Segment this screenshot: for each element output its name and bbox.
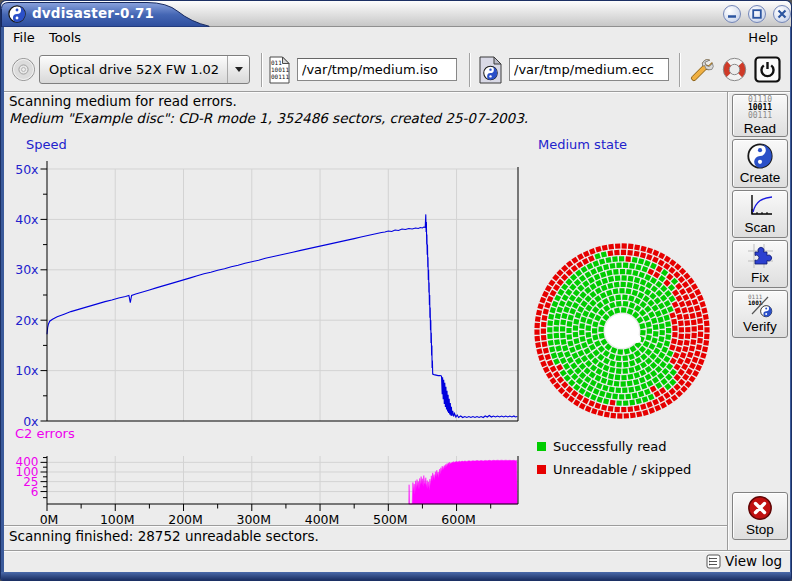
drive-select[interactable]: Optical drive 52X FW 1.02 [39, 55, 250, 84]
toolbar-separator [261, 53, 263, 87]
maximize-icon [752, 9, 762, 19]
view-log-label: View log [725, 553, 782, 569]
menu-tools[interactable]: Tools [47, 30, 83, 45]
speed-chart-title: Speed [26, 137, 67, 152]
verify-button[interactable]: 01111001 Verify [732, 290, 788, 338]
app-window: dvdisaster-0.71 File Tools Help [0, 0, 792, 581]
svg-text:6: 6 [31, 485, 39, 499]
footer-status-text: Scanning finished: 28752 unreadable sect… [9, 528, 319, 544]
svg-text:100M: 100M [100, 512, 135, 525]
separator [4, 525, 727, 527]
svg-text:300M: 300M [236, 512, 271, 525]
stop-icon [747, 495, 773, 521]
c2-errors-title: C2 errors [15, 426, 75, 441]
svg-text:20x: 20x [15, 313, 38, 328]
svg-text:25: 25 [23, 475, 38, 489]
quit-power-button[interactable] [754, 56, 781, 87]
verify-button-label: Verify [743, 319, 777, 334]
binary-icon: 01110 10011 00111 [748, 96, 772, 120]
svg-text:500M: 500M [373, 512, 408, 525]
iso-path-input[interactable] [297, 58, 457, 81]
svg-text:011: 011 [271, 59, 282, 66]
legend-label: Successfully read [553, 439, 666, 454]
log-list-icon [706, 554, 721, 569]
chart-area: 0x10x20x30x40x50x6251004000M100M200M300M… [4, 134, 728, 525]
preferences-wrench-icon[interactable] [687, 56, 715, 88]
action-sidebar: 01110 10011 00111 Read Create Scan [730, 92, 790, 550]
minimize-button[interactable] [723, 5, 741, 23]
status-subheading: Medium "Example disc": CD-R mode 1, 3524… [9, 110, 528, 126]
svg-text:40x: 40x [15, 212, 38, 227]
menu-file[interactable]: File [11, 30, 37, 45]
chevron-down-icon [235, 67, 243, 72]
app-icon [8, 5, 26, 23]
window-title: dvdisaster-0.71 [32, 5, 154, 21]
fix-button[interactable]: Fix [732, 240, 788, 288]
ecc-file-icon [478, 56, 503, 88]
fix-button-label: Fix [751, 270, 769, 285]
scan-button[interactable]: Scan [732, 190, 788, 238]
legend-item-unreadable: Unreadable / skipped [537, 462, 691, 477]
svg-text:200M: 200M [168, 512, 203, 525]
medium-state-title: Medium state [538, 137, 627, 152]
titlebar[interactable]: dvdisaster-0.71 [1, 1, 791, 27]
help-lifebelt-icon[interactable] [720, 55, 749, 88]
read-button[interactable]: 01110 10011 00111 Read [732, 94, 788, 137]
verify-icon: 01111001 [747, 294, 773, 318]
read-button-label: Read [744, 121, 776, 136]
svg-text:10x: 10x [15, 363, 38, 378]
medium-state-disc [534, 243, 709, 418]
scan-chart-icon [747, 193, 774, 219]
separator [727, 92, 729, 550]
scan-button-label: Scan [745, 220, 776, 235]
svg-text:600M: 600M [441, 512, 476, 525]
window-content: File Tools Help Optical drive 52X FW 1.0… [4, 27, 790, 574]
svg-text:00111: 00111 [271, 73, 289, 80]
svg-text:100: 100 [16, 465, 39, 479]
close-icon [777, 9, 787, 19]
drive-select-arrow[interactable] [227, 56, 249, 83]
iso-file-icon: 011 10011 00111 [268, 56, 291, 88]
legend-label: Unreadable / skipped [553, 462, 691, 477]
bottom-bar: View log [4, 552, 790, 574]
menubar: File Tools Help [4, 27, 790, 49]
menu-help[interactable]: Help [746, 30, 780, 45]
drive-icon [11, 57, 36, 86]
stop-button-label: Stop [746, 522, 774, 537]
create-button-label: Create [740, 170, 781, 185]
drive-select-value: Optical drive 52X FW 1.02 [40, 62, 227, 77]
svg-text:50x: 50x [15, 162, 38, 177]
create-button[interactable]: Create [732, 139, 788, 188]
toolbar: Optical drive 52X FW 1.02 011 10011 0011… [4, 49, 790, 91]
minimize-icon [727, 9, 737, 19]
ecc-path-input[interactable] [509, 58, 669, 81]
svg-text:0M: 0M [40, 512, 59, 525]
toolbar-separator [469, 53, 471, 87]
svg-text:400M: 400M [305, 512, 340, 525]
maximize-button[interactable] [748, 5, 766, 23]
svg-text:10011: 10011 [271, 66, 289, 73]
view-log-button[interactable]: View log [706, 553, 782, 569]
legend-swatch-green [537, 442, 546, 451]
legend-item-read: Successfully read [537, 439, 666, 454]
toolbar-separator [679, 53, 681, 87]
window-frame-bottom [1, 572, 791, 580]
close-button[interactable] [773, 5, 791, 23]
status-heading: Scanning medium for read errors. [9, 93, 237, 109]
yinyang-icon [747, 143, 773, 169]
svg-text:30x: 30x [15, 262, 38, 277]
svg-text:400: 400 [16, 455, 39, 469]
puzzle-icon [747, 243, 774, 269]
stop-button[interactable]: Stop [732, 492, 788, 540]
legend-swatch-red [537, 465, 546, 474]
